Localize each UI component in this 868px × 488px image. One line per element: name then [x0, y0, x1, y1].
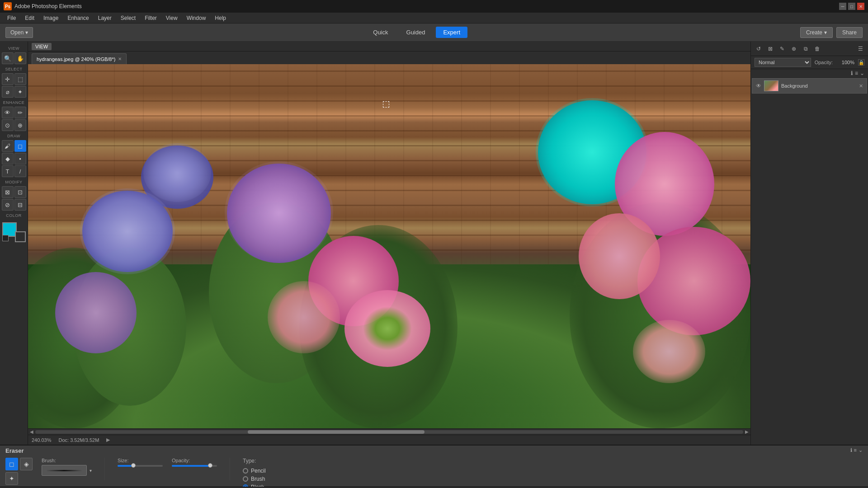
menu-layer[interactable]: Layer [94, 14, 115, 22]
layer-name: Background [781, 83, 856, 89]
type-tool-button[interactable]: T [2, 165, 14, 177]
panel-smart-button[interactable]: ⊕ [789, 44, 799, 54]
enhance-tools-row1: 👁 ✏ [2, 107, 26, 118]
title-text: Adobe Photoshop Elements [14, 3, 82, 9]
draw-section-label: DRAW [0, 134, 28, 138]
type-radio-group: Pencil Brush Block [243, 468, 266, 488]
opacity-slider-container [172, 465, 217, 467]
size-slider-track[interactable] [118, 465, 163, 467]
pencil-option[interactable]: Pencil [243, 468, 266, 474]
brush-dropdown-arrow[interactable]: ▾ [90, 468, 92, 473]
zoom-tool-button[interactable]: 🔍 [2, 52, 14, 64]
hand-tool-button[interactable]: ✋ [14, 52, 26, 64]
opacity-slider-track[interactable] [172, 465, 217, 467]
reset-colors[interactable] [2, 235, 9, 241]
mode-quick-button[interactable]: Quick [366, 27, 395, 38]
enhance-eye-button[interactable]: 👁 [2, 107, 14, 118]
panel-options-icon[interactable]: ≡ [855, 70, 858, 76]
pencil-radio[interactable] [243, 468, 248, 474]
panel-rotate-button[interactable]: ↺ [754, 44, 764, 54]
panel-menu-button[interactable]: ☰ [855, 44, 865, 54]
background-color[interactable] [15, 231, 26, 242]
menu-image[interactable]: Image [40, 14, 62, 22]
brush-radio[interactable] [243, 476, 248, 482]
brush-option[interactable]: Brush [243, 476, 266, 482]
size-slider-thumb[interactable] [131, 463, 136, 468]
custom-shape-button[interactable]: / [14, 165, 26, 177]
scrollbar-track[interactable] [35, 430, 743, 434]
menu-edit[interactable]: Edit [21, 14, 38, 22]
minimize-button[interactable]: ─ [839, 3, 846, 10]
canvas-wrapper[interactable] [28, 64, 750, 428]
enhance-brush-button[interactable]: ✏ [14, 107, 26, 118]
healing-tool-button[interactable]: ⊕ [14, 119, 26, 131]
panel-copy-button[interactable]: ⧉ [801, 44, 811, 54]
tool-options-info[interactable]: ℹ [850, 447, 852, 453]
header-toolbar: Open ▾ Quick Guided Expert Create ▾ Shar… [0, 23, 868, 42]
create-button[interactable]: Create ▾ [800, 27, 833, 38]
move-tool-button[interactable]: ✛ [2, 73, 14, 85]
layer-item[interactable]: 👁 Background ✕ [752, 78, 867, 94]
marquee-tool-button[interactable]: ⬚ [14, 73, 26, 85]
panel-expand-icon[interactable]: ⌄ [860, 70, 864, 76]
menu-view[interactable]: View [162, 14, 181, 22]
menu-select[interactable]: Select [117, 14, 139, 22]
mode-guided-button[interactable]: Guided [399, 27, 433, 38]
open-button[interactable]: Open ▾ [5, 27, 33, 38]
blend-mode-select[interactable]: Normal Multiply Screen Overlay [755, 58, 811, 67]
paint-bucket-button[interactable]: ◆ [2, 153, 14, 164]
eraser-main-button[interactable]: ◻ [5, 458, 18, 470]
mode-expert-button[interactable]: Expert [436, 27, 467, 38]
lasso-tool-button[interactable]: ⌀ [2, 86, 14, 98]
scrollbar-thumb[interactable] [248, 430, 425, 434]
layer-thumbnail [764, 80, 778, 91]
tool-options-expand[interactable]: ⌄ [859, 447, 863, 453]
menu-enhance[interactable]: Enhance [64, 14, 92, 22]
share-button[interactable]: Share [836, 27, 863, 38]
panel-transform-button[interactable]: ⊠ [765, 44, 775, 54]
brush-preview[interactable] [42, 465, 87, 476]
tab-close-button[interactable]: ✕ [118, 56, 122, 61]
panel-delete-button[interactable]: 🗑 [812, 44, 822, 54]
menu-window[interactable]: Window [183, 14, 210, 22]
panel-edit-button[interactable]: ✎ [777, 44, 787, 54]
main-area: VIEW 🔍 ✋ SELECT ✛ ⬚ ⌀ ✦ ENHANCE 👁 ✏ ⊙ ⊕ … [0, 42, 868, 445]
draw-tools-row3: T / [2, 165, 26, 177]
magic-eraser-button[interactable]: ✦ [5, 472, 18, 485]
clone-tool-button[interactable]: ⊙ [2, 119, 14, 131]
menu-file[interactable]: File [4, 14, 19, 22]
panel-info-row: ℹ ≡ ⌄ [751, 69, 868, 77]
opacity-lock[interactable]: 🔒 [858, 59, 864, 66]
menu-bar: File Edit Image Enhance Layer Select Fil… [0, 13, 868, 23]
maximize-button[interactable]: □ [848, 3, 855, 10]
opacity-value: 100% [836, 60, 854, 65]
status-arrow[interactable]: ▶ [106, 437, 110, 443]
background-eraser-button[interactable]: ◈ [20, 458, 33, 470]
info-icon[interactable]: ℹ [851, 70, 853, 76]
layer-delete-icon[interactable]: ✕ [859, 83, 863, 89]
document-tab[interactable]: hydrangeas.jpeg @ 240% (RGB/8*) ✕ [32, 53, 127, 64]
recompose-button[interactable]: ⊡ [14, 186, 26, 198]
close-button[interactable]: ✕ [857, 3, 864, 10]
eraser-tool-button[interactable]: ◻ [14, 140, 26, 152]
eraser-tools: ◻ ◈ [5, 458, 33, 470]
open-label: Open [10, 29, 24, 36]
layers-panel: 👁 Background ✕ [751, 77, 868, 445]
menu-filter[interactable]: Filter [141, 14, 160, 22]
photo-canvas [28, 64, 750, 428]
layer-visibility-icon[interactable]: 👁 [756, 83, 761, 89]
magic-wand-button[interactable]: ✦ [14, 86, 26, 98]
redeye-button[interactable]: ⊘ [2, 199, 14, 211]
menu-help[interactable]: Help [211, 14, 230, 22]
tool-options-list[interactable]: ≡ [854, 447, 857, 453]
gradient-tool-button[interactable]: ▪ [14, 153, 26, 164]
brush-tool-button[interactable]: 🖌 [2, 140, 14, 152]
pencil-label: Pencil [251, 468, 266, 474]
content-aware-button[interactable]: ⊟ [14, 199, 26, 211]
brush-type-label: Brush [251, 476, 265, 482]
opacity-slider-thumb[interactable] [208, 463, 212, 468]
opacity-label: Opacity: [815, 60, 833, 65]
view-button[interactable]: VIEW [32, 43, 52, 50]
horizontal-scrollbar[interactable]: ◀ ▶ [28, 428, 750, 435]
crop-tool-button[interactable]: ⊠ [2, 186, 14, 198]
